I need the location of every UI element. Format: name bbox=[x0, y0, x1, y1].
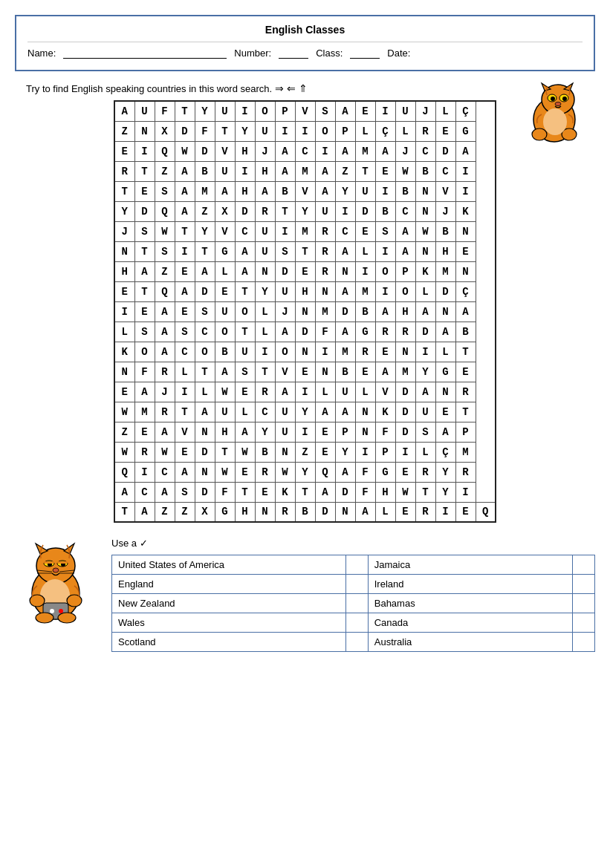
grid-cell: L bbox=[255, 301, 275, 322]
grid-cell: W bbox=[155, 442, 175, 462]
grid-cell: A bbox=[235, 261, 255, 281]
grid-cell: B bbox=[455, 322, 476, 342]
grid-cell: E bbox=[355, 101, 375, 121]
grid-cell: D bbox=[275, 261, 295, 281]
grid-cell: B bbox=[215, 342, 235, 362]
grid-cell: S bbox=[235, 362, 255, 382]
grid-cell: W bbox=[155, 221, 175, 241]
right-word-label: Jamaica bbox=[368, 555, 572, 575]
grid-cell: Ç bbox=[455, 281, 476, 301]
grid-cell: H bbox=[295, 281, 315, 301]
right-checkbox[interactable] bbox=[573, 555, 595, 575]
grid-cell: U bbox=[134, 101, 155, 121]
grid-cell: Y bbox=[195, 101, 215, 121]
grid-cell: D bbox=[175, 121, 195, 141]
right-checkbox[interactable] bbox=[573, 613, 595, 633]
grid-cell: U bbox=[315, 201, 335, 221]
right-checkbox[interactable] bbox=[573, 594, 595, 613]
grid-cell: N bbox=[335, 502, 355, 522]
grid-cell: U bbox=[255, 121, 275, 141]
left-checkbox[interactable] bbox=[345, 594, 368, 613]
grid-cell: V bbox=[215, 141, 235, 161]
instruction-label: Try to find English speaking countries i… bbox=[26, 83, 272, 94]
grid-cell: Y bbox=[295, 201, 315, 221]
number-field[interactable] bbox=[279, 47, 308, 59]
grid-cell: E bbox=[315, 442, 335, 462]
grid-cell: J bbox=[275, 301, 295, 322]
grid-cell: I bbox=[435, 502, 455, 522]
grid-cell: N bbox=[134, 121, 155, 141]
grid-cell: N bbox=[415, 201, 435, 221]
grid-cell: I bbox=[355, 442, 375, 462]
grid-cell: A bbox=[335, 322, 355, 342]
grid-cell: X bbox=[195, 502, 215, 522]
grid-cell: M bbox=[134, 402, 155, 422]
grid-cell: D bbox=[195, 442, 215, 462]
left-checkbox[interactable] bbox=[345, 555, 368, 575]
grid-cell: T bbox=[134, 281, 155, 301]
name-field[interactable] bbox=[63, 47, 227, 59]
class-field[interactable] bbox=[350, 47, 380, 59]
grid-cell: K bbox=[114, 342, 134, 362]
grid-cell: S bbox=[134, 322, 155, 342]
grid-cell: S bbox=[175, 482, 195, 502]
grid-cell: U bbox=[215, 402, 235, 422]
grid-cell: L bbox=[355, 241, 375, 261]
grid-cell: U bbox=[275, 281, 295, 301]
grid-cell: A bbox=[175, 161, 195, 181]
grid-cell: N bbox=[315, 362, 335, 382]
grid-cell: I bbox=[175, 382, 195, 402]
grid-cell: A bbox=[455, 301, 476, 322]
grid-cell: N bbox=[415, 181, 435, 201]
garfield-top-svg bbox=[521, 79, 588, 146]
grid-cell: C bbox=[235, 221, 255, 241]
grid-cell: M bbox=[435, 261, 455, 281]
bottom-section: Use a ✓ United States of AmericaJamaicaE… bbox=[15, 538, 595, 652]
grid-cell: I bbox=[134, 141, 155, 161]
grid-cell: Z bbox=[155, 502, 175, 522]
grid-cell: J bbox=[155, 382, 175, 402]
grid-cell: M bbox=[455, 442, 476, 462]
grid-cell: C bbox=[195, 322, 215, 342]
grid-cell: B bbox=[375, 201, 395, 221]
grid-cell: A bbox=[134, 261, 155, 281]
grid-cell: W bbox=[175, 141, 195, 161]
grid-cell: A bbox=[155, 342, 175, 362]
grid-cell: A bbox=[355, 502, 375, 522]
grid-cell: G bbox=[375, 462, 395, 482]
right-checkbox[interactable] bbox=[573, 633, 595, 652]
grid-cell: T bbox=[134, 161, 155, 181]
left-checkbox[interactable] bbox=[345, 633, 368, 652]
right-checkbox[interactable] bbox=[573, 575, 595, 594]
word-checklist-table: United States of AmericaJamaicaEnglandIr… bbox=[111, 555, 595, 652]
grid-cell: F bbox=[315, 322, 335, 342]
grid-cell: Q bbox=[114, 462, 134, 482]
grid-cell: A bbox=[335, 101, 355, 121]
grid-cell: T bbox=[195, 362, 215, 382]
grid-cell: T bbox=[295, 482, 315, 502]
grid-cell: H bbox=[235, 141, 255, 161]
grid-cell: L bbox=[215, 261, 235, 281]
grid-cell: W bbox=[395, 482, 415, 502]
left-checkbox[interactable] bbox=[345, 575, 368, 594]
grid-cell: U bbox=[215, 161, 235, 181]
grid-cell: A bbox=[175, 201, 195, 221]
grid-cell: T bbox=[355, 161, 375, 181]
grid-cell: T bbox=[215, 442, 235, 462]
grid-cell: Y bbox=[255, 281, 275, 301]
left-checkbox[interactable] bbox=[345, 613, 368, 633]
grid-cell: E bbox=[295, 261, 315, 281]
grid-cell: G bbox=[435, 362, 455, 382]
grid-cell: A bbox=[155, 422, 175, 442]
grid-cell: C bbox=[395, 201, 415, 221]
left-word-label: United States of America bbox=[112, 555, 346, 575]
grid-cell: Q bbox=[476, 502, 496, 522]
grid-cell: B bbox=[275, 181, 295, 201]
grid-cell: A bbox=[155, 482, 175, 502]
grid-cell: N bbox=[395, 342, 415, 362]
grid-cell: R bbox=[375, 322, 395, 342]
grid-cell: H bbox=[395, 301, 415, 322]
grid-cell: N bbox=[275, 442, 295, 462]
grid-cell: E bbox=[114, 281, 134, 301]
grid-cell: J bbox=[255, 141, 275, 161]
